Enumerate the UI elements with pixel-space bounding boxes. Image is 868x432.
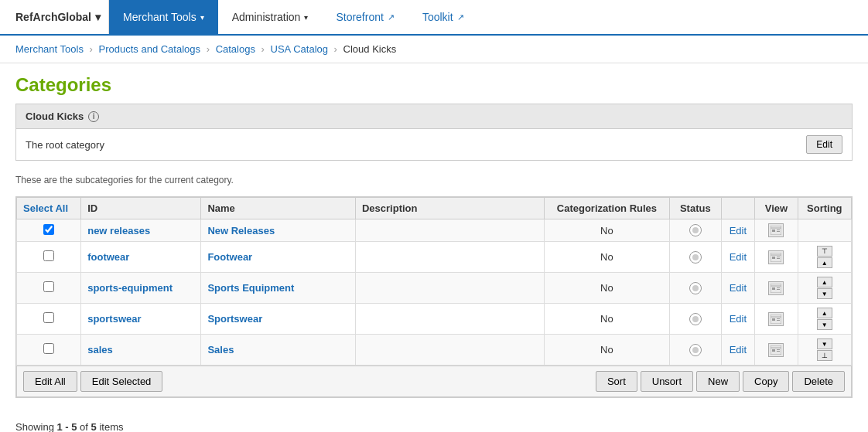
svg-rect-24 <box>777 351 780 352</box>
row-cat-rules-cell: No <box>544 219 669 242</box>
delete-button[interactable]: Delete <box>792 371 845 392</box>
breadcrumb-usa-catalog[interactable]: USA Catalog <box>271 43 328 55</box>
view-icon[interactable] <box>768 223 784 237</box>
copy-button[interactable]: Copy <box>743 371 789 392</box>
row-name-link[interactable]: Footwear <box>207 251 252 263</box>
row-id-link[interactable]: sales <box>87 344 113 355</box>
sort-bottom-button[interactable]: ⊥ <box>817 350 832 361</box>
row-sorting-cell: ▲▼ <box>798 304 851 335</box>
breadcrumb-catalogs[interactable]: Catalogs <box>216 43 255 55</box>
pagination-prefix: Showing <box>15 421 56 432</box>
col-header-select-all: Select All <box>17 198 81 219</box>
row-description-cell <box>355 242 544 273</box>
row-id-link[interactable]: sports-equipment <box>87 282 173 294</box>
top-navigation: RefArchGlobal ▾ Merchant Tools ▾ Adminis… <box>0 0 868 36</box>
row-id-link[interactable]: new releases <box>87 225 150 236</box>
row-sorting-cell <box>798 219 851 242</box>
status-circle-icon[interactable] <box>689 251 702 264</box>
svg-rect-2 <box>772 230 775 232</box>
nav-administration[interactable]: Administration ▾ <box>218 0 323 34</box>
sort-down-button[interactable]: ▼ <box>817 338 832 349</box>
row-checkbox[interactable] <box>43 312 54 323</box>
svg-rect-19 <box>777 320 780 321</box>
row-edit-cell: Edit <box>721 242 755 273</box>
status-circle-icon[interactable] <box>689 282 702 294</box>
sort-up-button[interactable]: ▲ <box>817 257 832 268</box>
new-button[interactable]: New <box>696 371 740 392</box>
breadcrumb-sep-2: › <box>207 43 210 55</box>
breadcrumb-merchant-tools[interactable]: Merchant Tools <box>15 43 84 55</box>
row-description-cell <box>355 219 544 242</box>
view-icon[interactable] <box>768 312 784 326</box>
status-circle-icon[interactable] <box>689 313 702 325</box>
sort-down-button[interactable]: ▼ <box>817 319 832 330</box>
row-name-link[interactable]: Sales <box>207 344 234 355</box>
sort-up-button[interactable]: ▲ <box>817 277 832 287</box>
nav-merchant-tools[interactable]: Merchant Tools ▾ <box>109 0 218 34</box>
row-checkbox[interactable] <box>43 281 54 292</box>
row-checkbox[interactable] <box>43 224 54 235</box>
row-sorting-cell: ▲▼ <box>798 273 851 304</box>
row-name-cell: Sales <box>201 335 356 366</box>
bottom-bar-right: Sort Unsort New Copy Delete <box>596 371 851 392</box>
pagination-range: 1 - 5 <box>56 421 77 432</box>
row-edit-link[interactable]: Edit <box>730 282 747 294</box>
sort-button[interactable]: Sort <box>596 371 637 392</box>
pagination-info: Showing 1 - 5 of 5 items <box>0 413 868 432</box>
svg-rect-3 <box>777 230 780 230</box>
row-edit-cell: Edit <box>721 335 755 366</box>
nav-merchant-tools-label: Merchant Tools <box>123 11 196 23</box>
nav-storefront[interactable]: Storefront ↗ <box>322 0 408 34</box>
nav-toolkit[interactable]: Toolkit ↗ <box>408 0 478 34</box>
row-id-cell: sales <box>81 335 201 366</box>
checkbox-cell <box>17 304 81 335</box>
subcategory-note: These are the subcategories for the curr… <box>15 172 853 189</box>
svg-rect-7 <box>772 257 775 259</box>
status-circle-icon[interactable] <box>689 344 702 356</box>
row-view-cell <box>755 335 798 366</box>
categories-table: Select All ID Name Description Categoriz… <box>16 197 852 397</box>
row-edit-link[interactable]: Edit <box>730 313 747 325</box>
row-id-link[interactable]: sportswear <box>87 313 141 325</box>
info-icon[interactable]: i <box>88 111 99 122</box>
nav-merchant-tools-chevron: ▾ <box>200 13 204 22</box>
unsort-button[interactable]: Unsort <box>641 371 693 392</box>
row-edit-cell: Edit <box>721 304 755 335</box>
col-header-view: View <box>755 198 798 219</box>
site-selector[interactable]: RefArchGlobal ▾ <box>8 0 109 34</box>
row-id-link[interactable]: footwear <box>87 251 129 263</box>
category-box: Cloud Kicks i The root category Edit <box>15 104 853 161</box>
sort-top-button[interactable]: ⊤ <box>817 246 832 257</box>
edit-all-button[interactable]: Edit All <box>23 371 77 392</box>
select-all-link[interactable]: Select All <box>23 202 68 214</box>
svg-rect-23 <box>777 349 780 350</box>
row-name-link[interactable]: New Releases <box>207 225 275 236</box>
row-name-link[interactable]: Sportswear <box>207 313 262 325</box>
row-status-cell <box>670 219 722 242</box>
sort-down-button[interactable]: ▼ <box>817 288 832 299</box>
row-checkbox[interactable] <box>43 343 54 354</box>
row-name-link[interactable]: Sports Equipment <box>207 282 294 294</box>
row-status-cell <box>670 273 722 304</box>
row-edit-link[interactable]: Edit <box>730 225 747 236</box>
row-checkbox[interactable] <box>43 250 54 261</box>
bottom-action-bar: Edit All Edit Selected Sort Unsort New C… <box>17 366 851 396</box>
row-name-cell: New Releases <box>201 219 356 242</box>
table-footer-row: Edit All Edit Selected Sort Unsort New C… <box>17 366 852 397</box>
row-edit-link[interactable]: Edit <box>730 251 747 263</box>
category-description: The root category <box>26 139 104 151</box>
row-view-cell <box>755 304 798 335</box>
row-id-cell: sports-equipment <box>81 273 201 304</box>
view-icon[interactable] <box>768 343 784 357</box>
view-icon[interactable] <box>768 250 784 264</box>
page-title: Categories <box>0 63 868 104</box>
sort-up-button[interactable]: ▲ <box>817 308 832 318</box>
breadcrumb-products-catalogs[interactable]: Products and Catalogs <box>99 43 201 55</box>
status-circle-icon[interactable] <box>689 224 702 236</box>
view-icon[interactable] <box>768 281 784 295</box>
col-header-sorting: Sorting <box>798 198 851 219</box>
category-edit-button[interactable]: Edit <box>806 135 842 154</box>
row-view-cell <box>755 273 798 304</box>
edit-selected-button[interactable]: Edit Selected <box>80 371 163 392</box>
row-edit-link[interactable]: Edit <box>730 344 747 355</box>
